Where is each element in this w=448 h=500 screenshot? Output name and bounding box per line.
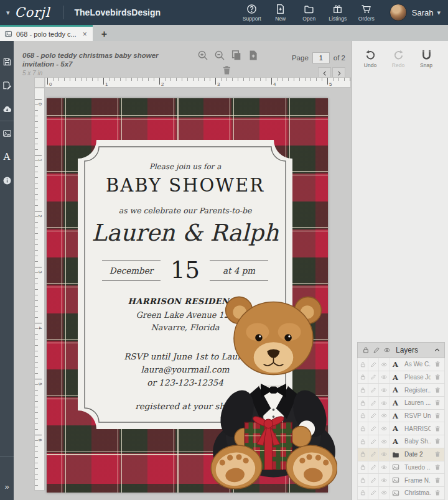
lock-icon[interactable] [358, 410, 368, 422]
redo-button[interactable]: Redo [389, 50, 408, 68]
edit-icon[interactable] [368, 384, 379, 396]
edit-icon[interactable] [368, 461, 379, 474]
layer-row-harrison[interactable]: A HARRISO... [357, 422, 445, 435]
delete-layer-icon[interactable] [431, 425, 444, 432]
delete-layer-icon[interactable] [431, 489, 444, 496]
invitation-intro-text[interactable]: Please join us for a [78, 162, 292, 171]
edit-icon[interactable] [368, 397, 379, 409]
invitation-title-text[interactable]: BABY SHOWER [78, 175, 292, 196]
corjl-logo[interactable]: Corjl [15, 5, 50, 20]
add-image-button[interactable] [0, 121, 14, 145]
layer-row-christmas[interactable]: Christma... [357, 487, 445, 500]
delete-layer-icon[interactable] [431, 412, 444, 419]
invitation-month-text[interactable]: December [102, 261, 161, 280]
layer-row-lauren[interactable]: A Lauren ... [357, 397, 445, 410]
edit-icon[interactable] [368, 422, 379, 435]
lock-icon[interactable] [358, 448, 368, 461]
delete-layer-icon[interactable] [431, 374, 444, 381]
save-button[interactable] [0, 50, 14, 73]
support-button[interactable]: Support [238, 4, 266, 22]
edit-all-icon[interactable] [371, 346, 381, 354]
edit-icon[interactable] [368, 487, 379, 499]
lock-icon[interactable] [358, 487, 368, 499]
expand-sidebar-button[interactable]: » [4, 482, 9, 491]
visibility-icon[interactable] [379, 448, 390, 461]
layer-row-frame[interactable]: Frame N... [357, 474, 445, 487]
delete-layer-icon[interactable] [431, 477, 444, 484]
delete-layer-icon[interactable] [431, 399, 444, 406]
delete-page-button[interactable] [222, 65, 232, 76]
invitation-names-text[interactable]: Lauren & Ralph [78, 220, 292, 246]
invitation-day-text[interactable]: 15 [169, 257, 201, 284]
visibility-icon[interactable] [379, 474, 390, 486]
ruler-h-5: 5 [329, 81, 332, 87]
visibility-all-icon[interactable] [381, 346, 392, 354]
invitation-date-block[interactable]: December 15 at 4 pm [78, 257, 292, 284]
open-button[interactable]: Open [295, 4, 324, 22]
avatar[interactable] [390, 4, 407, 21]
lock-icon[interactable] [358, 397, 368, 409]
invitation-subtitle-text[interactable]: as we celebrate our Parents-to-be [78, 206, 292, 215]
design-page-plaid-background[interactable]: Please join us for a BABY SHOWER as we c… [47, 98, 328, 493]
layer-row-baby-shower[interactable]: A Baby Sh... [357, 435, 445, 448]
lock-icon[interactable] [358, 435, 368, 448]
layer-row-date-2[interactable]: Date 2 [357, 448, 445, 461]
lock-icon[interactable] [358, 371, 368, 384]
visibility-icon[interactable] [379, 422, 390, 435]
snap-button[interactable]: Snap [417, 50, 436, 68]
visibility-icon[interactable] [379, 487, 390, 499]
edit-icon[interactable] [368, 358, 379, 371]
tab-close-icon[interactable]: × [83, 30, 87, 39]
layer-row-please-join[interactable]: A Please Jo... [357, 371, 445, 384]
save-as-button[interactable] [0, 73, 14, 97]
listings-button[interactable]: Listings [324, 4, 352, 22]
edit-icon[interactable] [368, 410, 379, 422]
lock-all-icon[interactable] [360, 346, 371, 354]
add-page-button[interactable] [248, 50, 259, 61]
add-text-button[interactable]: A [0, 145, 14, 169]
lock-icon[interactable] [358, 461, 368, 474]
page-number-input[interactable] [312, 52, 330, 63]
layer-row-as-we-celebrate[interactable]: A As We C... [357, 358, 445, 371]
duplicate-page-button[interactable] [231, 50, 242, 61]
edit-icon[interactable] [368, 474, 379, 486]
edit-icon[interactable] [368, 435, 379, 448]
visibility-icon[interactable] [379, 371, 390, 384]
lock-icon[interactable] [358, 422, 368, 435]
invitation-time-text[interactable]: at 4 pm [210, 261, 268, 280]
layer-row-registered[interactable]: A Register... [357, 384, 445, 397]
user-menu-chevron-icon[interactable]: ▾ [437, 9, 441, 17]
layers-panel-header[interactable]: Layers [357, 342, 445, 358]
info-button[interactable] [0, 169, 14, 192]
new-tab-button[interactable]: + [101, 29, 107, 41]
zoom-out-button[interactable] [214, 50, 225, 61]
lock-icon[interactable] [358, 384, 368, 396]
delete-layer-icon[interactable] [431, 451, 444, 458]
layer-row-rsvp[interactable]: A RSVP Un... [357, 410, 445, 423]
teddy-bear-illustration[interactable] [210, 286, 337, 493]
edit-icon[interactable] [368, 448, 379, 461]
download-button[interactable] [0, 97, 14, 121]
app-menu-chevron-icon[interactable]: ▾ [6, 9, 10, 17]
visibility-icon[interactable] [379, 410, 390, 422]
delete-layer-icon[interactable] [431, 438, 444, 445]
tab-active-document[interactable]: 068 - polo teddy c... × [0, 25, 93, 41]
visibility-icon[interactable] [379, 358, 390, 371]
edit-icon[interactable] [368, 371, 379, 384]
layer-name: Frame N... [401, 477, 431, 484]
visibility-icon[interactable] [379, 461, 390, 474]
layer-row-tuxedo[interactable]: Tuxedo ... [357, 461, 445, 475]
visibility-icon[interactable] [379, 435, 390, 448]
new-button[interactable]: New [266, 4, 295, 22]
lock-icon[interactable] [358, 358, 368, 371]
delete-layer-icon[interactable] [431, 361, 444, 368]
zoom-in-button[interactable] [197, 50, 208, 61]
lock-icon[interactable] [358, 474, 368, 486]
delete-layer-icon[interactable] [431, 387, 444, 394]
collapse-layers-icon[interactable] [434, 345, 441, 356]
visibility-icon[interactable] [379, 384, 390, 396]
undo-button[interactable]: Undo [361, 50, 380, 68]
delete-layer-icon[interactable] [431, 464, 444, 471]
orders-button[interactable]: Orders [352, 4, 381, 22]
visibility-icon[interactable] [379, 397, 390, 409]
